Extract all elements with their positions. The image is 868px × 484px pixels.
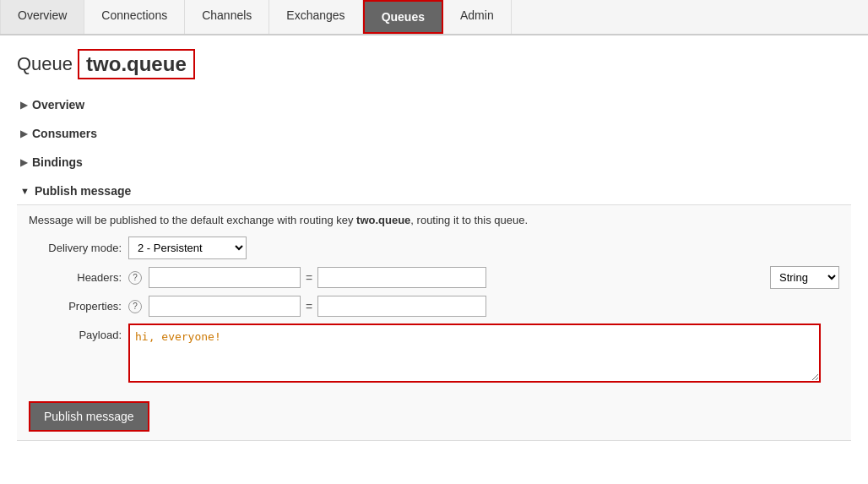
- routing-key: two.queue: [356, 214, 410, 226]
- delivery-mode-label: Delivery mode:: [29, 242, 122, 254]
- payload-row: Payload: hi, everyone!: [29, 324, 839, 383]
- publish-form: Message will be published to the default…: [17, 204, 851, 441]
- section-publish: Publish message Message will be publishe…: [17, 179, 851, 441]
- section-consumers: Consumers: [17, 122, 851, 145]
- delivery-mode-select[interactable]: 1 - Non-persistent 2 - Persistent: [128, 237, 247, 259]
- equals-sign-2: =: [306, 300, 312, 313]
- section-overview: Overview: [17, 93, 851, 117]
- headers-help-icon[interactable]: ?: [128, 271, 142, 285]
- properties-input-pair: =: [149, 296, 839, 317]
- queue-name: two.queue: [78, 49, 195, 79]
- nav-channels[interactable]: Channels: [185, 0, 269, 34]
- properties-value-input[interactable]: [317, 296, 486, 317]
- section-publish-header[interactable]: Publish message: [17, 179, 851, 203]
- page-content: Queue two.queue Overview Consumers Bindi…: [0, 35, 868, 460]
- headers-key-input[interactable]: [149, 267, 301, 288]
- headers-input-pair: =: [149, 267, 763, 288]
- equals-sign-1: =: [306, 271, 312, 285]
- title-prefix: Queue: [17, 53, 73, 75]
- nav-admin[interactable]: Admin: [443, 0, 512, 34]
- publish-info: Message will be published to the default…: [29, 214, 839, 226]
- section-consumers-label: Consumers: [32, 127, 97, 140]
- nav-queues[interactable]: Queues: [363, 0, 443, 34]
- properties-help-icon[interactable]: ?: [128, 300, 142, 313]
- arrow-right-icon-3: [20, 156, 27, 168]
- headers-label: Headers:: [29, 271, 122, 284]
- arrow-down-icon: [20, 185, 30, 197]
- arrow-right-icon: [20, 99, 27, 111]
- section-bindings-header[interactable]: Bindings: [17, 150, 851, 174]
- top-nav: Overview Connections Channels Exchanges …: [0, 0, 868, 35]
- page-title: Queue two.queue: [17, 49, 851, 79]
- properties-row: Properties: ? =: [29, 296, 839, 317]
- nav-exchanges[interactable]: Exchanges: [269, 0, 362, 34]
- properties-label: Properties:: [29, 300, 122, 313]
- publish-message-button[interactable]: Publish message: [29, 401, 149, 432]
- arrow-right-icon-2: [20, 128, 27, 139]
- properties-key-input[interactable]: [149, 296, 301, 317]
- section-overview-header[interactable]: Overview: [17, 93, 851, 117]
- nav-overview[interactable]: Overview: [0, 0, 84, 34]
- type-select[interactable]: String Number Boolean: [770, 266, 839, 289]
- section-publish-label: Publish message: [35, 184, 131, 198]
- section-bindings-label: Bindings: [32, 155, 83, 169]
- nav-connections[interactable]: Connections: [84, 0, 185, 34]
- payload-label: Payload:: [29, 329, 122, 341]
- section-consumers-header[interactable]: Consumers: [17, 122, 851, 145]
- section-overview-label: Overview: [32, 98, 84, 111]
- headers-value-input[interactable]: [317, 267, 486, 288]
- section-bindings: Bindings: [17, 150, 851, 174]
- payload-textarea[interactable]: hi, everyone!: [128, 324, 821, 383]
- info-text-1: Message will be published to the default…: [29, 214, 356, 226]
- headers-row: Headers: ? = String Number Boolean: [29, 266, 839, 289]
- info-text-2: , routing it to this queue.: [410, 214, 528, 226]
- delivery-mode-row: Delivery mode: 1 - Non-persistent 2 - Pe…: [29, 237, 839, 259]
